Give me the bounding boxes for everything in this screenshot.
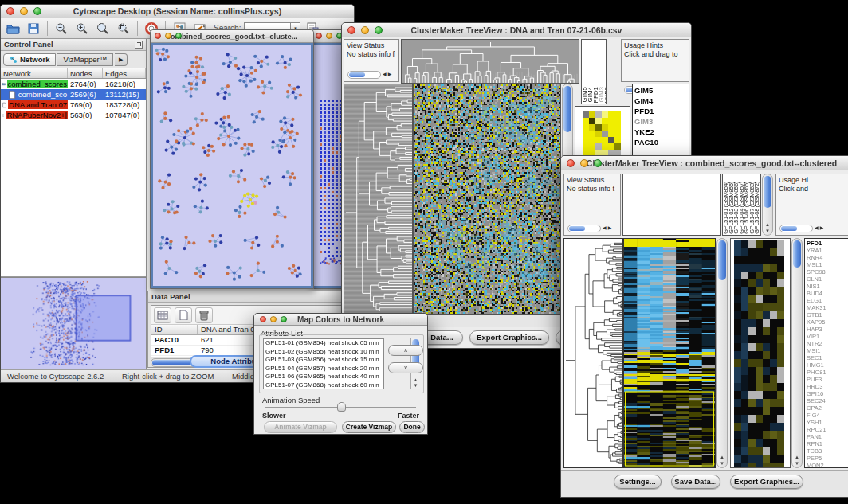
scroll-left-icon[interactable]: ◀	[383, 70, 387, 79]
close-icon[interactable]	[347, 26, 355, 34]
gene-label[interactable]: PFD1	[634, 106, 687, 116]
gene-label[interactable]: FIG4	[807, 412, 848, 419]
gene-dendrogram[interactable]	[563, 238, 623, 468]
gene-label[interactable]: YRA1	[807, 247, 848, 254]
move-up-button[interactable]: ∧	[388, 345, 423, 356]
attribute-item[interactable]: GPL51-06 (GSM865) heat shock 40 min	[264, 373, 383, 381]
scroll-left-icon[interactable]: ◀	[603, 224, 607, 232]
close-icon[interactable]	[567, 159, 575, 167]
tab-overflow-arrow[interactable]: ▶	[115, 53, 128, 66]
minimize-icon[interactable]	[326, 33, 332, 39]
gene-label[interactable]: PAN1	[807, 433, 848, 440]
scroll-down-icon[interactable]: ▼	[792, 461, 802, 467]
gene-label[interactable]: PHO81	[807, 369, 848, 376]
attribute-table-button[interactable]	[154, 307, 171, 323]
treeview2-titlebar[interactable]: ClusterMaker TreeView : combined_scores_…	[561, 156, 848, 170]
zoom-window-icon[interactable]	[281, 316, 287, 322]
gene-label[interactable]: PAC10	[634, 137, 687, 147]
scroll-up-icon[interactable]: ▲	[792, 455, 802, 460]
panel-hscrollbar[interactable]: ◀▶	[567, 224, 611, 232]
attribute-item[interactable]: GPL51-04 (GSM857) heat shock 20 min	[264, 365, 383, 373]
col-id[interactable]: ID	[151, 325, 198, 334]
minimize-icon[interactable]	[165, 33, 171, 39]
tab-network[interactable]: Network	[3, 53, 56, 66]
done-button[interactable]: Done	[399, 421, 425, 433]
float-panel-icon[interactable]	[135, 41, 143, 49]
close-icon[interactable]	[260, 316, 266, 322]
attribute-item[interactable]: GPL51-01 (GSM854) heat shock 05 min	[264, 339, 383, 348]
gene-label[interactable]: NIS1	[807, 283, 848, 290]
gene-label[interactable]: SEC24	[807, 397, 848, 404]
scroll-right-icon[interactable]: ▶	[608, 224, 612, 232]
gene-label[interactable]: KAP95	[807, 318, 848, 326]
minimize-icon[interactable]	[580, 159, 588, 167]
gene-label[interactable]: GIM3	[634, 116, 687, 127]
tab-vizmapper[interactable]: VizMapper™	[57, 53, 113, 66]
col-nodes[interactable]: Nodes	[68, 68, 103, 78]
col-edges[interactable]: Edges	[103, 68, 146, 78]
scroll-right-icon[interactable]: ▶	[820, 224, 824, 232]
col-network[interactable]: Network	[1, 68, 68, 78]
animate-vizmap-button[interactable]: Animate Vizmap	[264, 421, 337, 433]
scroll-down-icon[interactable]: ▼	[763, 229, 772, 234]
zoom-heatmap-area[interactable]	[730, 238, 791, 468]
gene-label[interactable]: SEC1	[807, 354, 848, 361]
zoom-in-button[interactable]	[73, 21, 91, 37]
table-row[interactable]: DNA and Tran 07 769(0) 183728(0)	[1, 100, 146, 110]
gene-label[interactable]: HRD3	[807, 383, 848, 390]
zoom-fit-button[interactable]	[94, 21, 112, 37]
zoom-window-icon[interactable]	[594, 159, 602, 167]
save-button[interactable]	[25, 21, 42, 37]
gene-label[interactable]: VIP1	[807, 333, 848, 340]
gene-label[interactable]: YSH1	[807, 419, 848, 426]
attribute-item[interactable]: GPL51-02 (GSM855) heat shock 10 min	[264, 348, 383, 357]
zoom-out-button[interactable]	[53, 21, 70, 37]
close-icon[interactable]	[6, 7, 14, 15]
main-titlebar[interactable]: Cytoscape Desktop (Session Name: collins…	[1, 5, 354, 18]
gene-label[interactable]: PFD1	[807, 240, 848, 247]
settings-button[interactable]: Settings...	[614, 475, 662, 489]
move-down-button[interactable]: ∨	[388, 362, 423, 373]
speed-slider-thumb[interactable]	[337, 402, 346, 412]
table-row[interactable]: RNAPuberNov2+| 563(0) 107847(0)	[1, 110, 146, 120]
minimize-icon[interactable]	[361, 26, 369, 34]
gene-label[interactable]: YKE2	[634, 127, 687, 137]
gene-label[interactable]: PUF3	[807, 376, 848, 383]
new-attribute-button[interactable]	[175, 307, 192, 323]
gene-label[interactable]: ELG1	[807, 297, 848, 304]
export-graphics-button[interactable]: Export Graphics...	[730, 475, 803, 489]
panel-hscrollbar[interactable]: ◀▶	[779, 224, 823, 232]
column-dendrogram[interactable]	[401, 39, 579, 84]
gene-label[interactable]: PEP5	[807, 455, 848, 462]
gene-label[interactable]: GIM4	[634, 96, 687, 106]
scroll-down-icon[interactable]: ▼	[411, 383, 420, 389]
gene-label[interactable]: MSI1	[807, 347, 848, 354]
zoom-selected-button[interactable]	[115, 21, 132, 37]
column-dendrogram-area[interactable]	[622, 174, 721, 236]
gene-label[interactable]: BUD4	[807, 290, 848, 297]
gene-label[interactable]: CPA2	[807, 404, 848, 412]
gene-dendrogram[interactable]	[344, 84, 413, 315]
zoom-window-icon[interactable]	[33, 7, 41, 15]
open-file-button[interactable]	[4, 21, 22, 37]
export-graphics-button[interactable]: Export Graphics...	[469, 330, 549, 345]
gene-label[interactable]: MAK31	[807, 304, 848, 311]
gene-label[interactable]: GTB1	[807, 311, 848, 318]
gene-label[interactable]: RPO21	[807, 426, 848, 433]
gene-label[interactable]: HAP3	[807, 326, 848, 333]
gene-label[interactable]: GIM5	[634, 85, 687, 96]
gene-label[interactable]: MSL1	[807, 261, 848, 268]
gene-name-list[interactable]: PFD1YRA1RNR4MSL1SPC98CLN1NIS1BUD4ELG1MAK…	[804, 238, 848, 468]
zoom-window-icon[interactable]	[175, 33, 182, 39]
heatmap-vscrollbar[interactable]: ▲ ▼	[716, 238, 728, 468]
attribute-listbox[interactable]: GPL51-01 (GSM854) heat shock 05 minGPL51…	[263, 338, 384, 389]
table-row-selected[interactable]: combined_sco 2569(6) 13112(15)	[1, 89, 146, 100]
scroll-up-icon[interactable]: ▲	[717, 455, 727, 460]
network-canvas-area[interactable]	[151, 43, 313, 288]
label-vscrollbar[interactable]: ▲ ▼	[762, 174, 773, 236]
gene-label[interactable]: MON2	[807, 462, 848, 468]
minimize-icon[interactable]	[270, 316, 277, 322]
attribute-item[interactable]: GPL51-03 (GSM856) heat shock 15 min	[264, 356, 383, 365]
table-row[interactable]: combined_scores 2764(0) 16218(0)	[1, 79, 146, 89]
close-icon[interactable]	[316, 33, 322, 39]
